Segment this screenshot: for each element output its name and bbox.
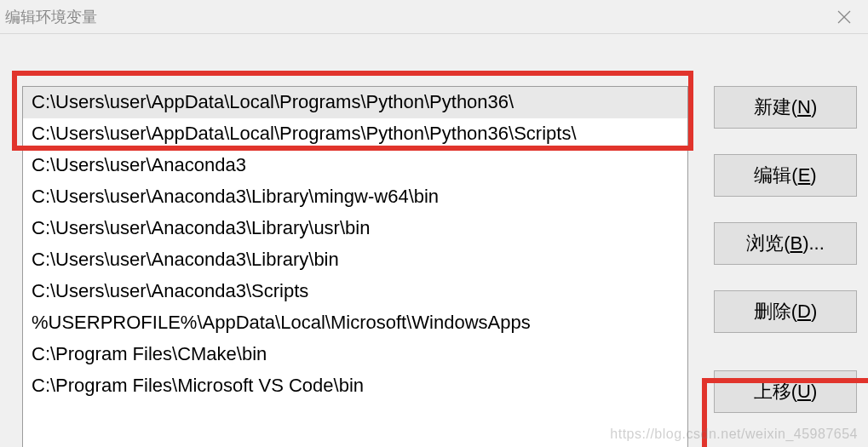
button-column: 新建(N) 编辑(E) 浏览(B)... 删除(D) 上移(U) xyxy=(714,86,857,438)
window-title: 编辑环境变量 xyxy=(5,7,97,27)
close-button[interactable] xyxy=(827,4,861,30)
edit-env-var-dialog: 编辑环境变量 C:\Users\user\AppData\Local\Progr… xyxy=(0,0,868,447)
button-label: 上移 xyxy=(754,379,791,404)
list-item[interactable]: C:\Users\user\Anaconda3\Library\usr\bin xyxy=(23,213,687,244)
list-item[interactable]: C:\Users\user\AppData\Local\Programs\Pyt… xyxy=(23,87,687,118)
dialog-content: C:\Users\user\AppData\Local\Programs\Pyt… xyxy=(0,55,868,447)
new-button[interactable]: 新建(N) xyxy=(714,86,857,129)
button-label: 编辑 xyxy=(754,163,791,188)
list-item[interactable]: %USERPROFILE%\AppData\Local\Microsoft\Wi… xyxy=(23,307,687,339)
list-item[interactable]: C:\Users\user\Anaconda3 xyxy=(23,150,687,181)
button-accel: D xyxy=(797,301,811,323)
button-label: 新建 xyxy=(754,95,791,120)
list-item[interactable]: C:\Users\user\Anaconda3\Library\mingw-w6… xyxy=(23,181,687,213)
button-accel: E xyxy=(798,164,811,186)
button-accel: N xyxy=(797,96,811,118)
move-up-button[interactable]: 上移(U) xyxy=(714,370,857,413)
path-listbox[interactable]: C:\Users\user\AppData\Local\Programs\Pyt… xyxy=(22,86,688,447)
list-item[interactable]: C:\Users\user\Anaconda3\Scripts xyxy=(23,276,687,307)
button-suffix: ... xyxy=(809,232,825,255)
titlebar: 编辑环境变量 xyxy=(0,0,868,34)
list-item[interactable]: C:\Program Files\CMake\bin xyxy=(23,339,687,370)
list-item[interactable]: C:\Program Files\Microsoft VS Code\bin xyxy=(23,370,687,402)
button-accel: U xyxy=(797,381,811,403)
button-label: 浏览 xyxy=(746,231,784,256)
close-icon xyxy=(836,9,852,25)
browse-button[interactable]: 浏览(B)... xyxy=(714,222,857,265)
edit-button[interactable]: 编辑(E) xyxy=(714,154,857,197)
button-label: 删除 xyxy=(754,299,791,324)
delete-button[interactable]: 删除(D) xyxy=(714,290,857,333)
button-accel: B xyxy=(790,232,802,255)
list-item[interactable]: C:\Users\user\AppData\Local\Programs\Pyt… xyxy=(23,118,687,150)
list-item[interactable]: C:\Users\user\Anaconda3\Library\bin xyxy=(23,244,687,276)
